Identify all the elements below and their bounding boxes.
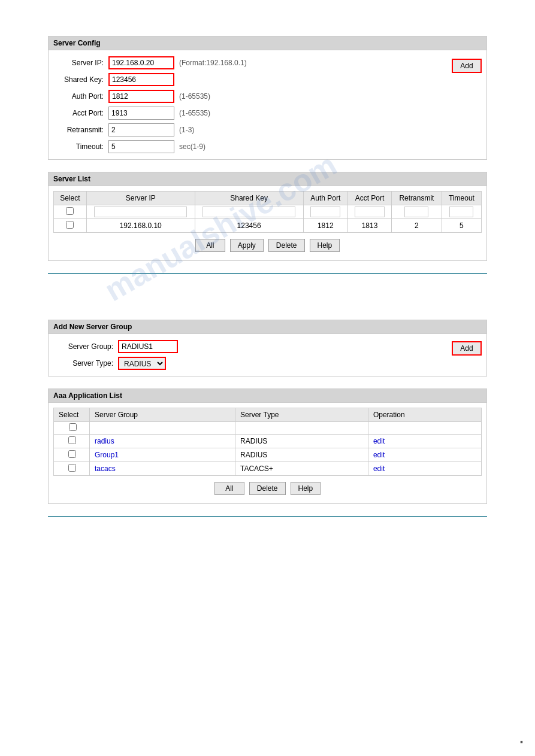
table-row: radius RADIUS edit (54, 435, 482, 448)
server-ip-row: Server IP: (Format:192.168.0.1) (49, 56, 447, 69)
shared-key-label: Shared Key: (49, 75, 108, 84)
aaa-row3-server-type: TACACS+ (235, 462, 368, 476)
server-list-title: Server List (49, 172, 486, 186)
server-list-buttons: All Apply Delete Help (53, 233, 482, 256)
filter-retransmit[interactable] (404, 207, 428, 217)
col-auth-port: Auth Port (303, 192, 348, 205)
col-retransmit: Retransmit (391, 192, 442, 205)
filter-acct-port[interactable] (355, 207, 385, 217)
row-shared-key: 123456 (195, 219, 303, 233)
retransmit-row: Retransmit: (1-3) (49, 123, 447, 136)
row-auth-port: 1812 (303, 219, 348, 233)
row-acct-port: 1813 (348, 219, 392, 233)
row-timeout: 5 (442, 219, 481, 233)
aaa-all-button[interactable]: All (214, 482, 244, 495)
acct-port-row: Acct Port: (1-65535) (49, 107, 447, 120)
aaa-row3-edit[interactable]: edit (373, 464, 385, 473)
table-row: tacacs TACACS+ edit (54, 462, 482, 476)
aaa-filter-checkbox[interactable] (69, 423, 77, 431)
server-group-label: Server Group: (58, 342, 118, 351)
server-type-label: Server Type: (58, 359, 118, 368)
acct-port-input[interactable] (108, 107, 174, 120)
aaa-row1-server-type: RADIUS (235, 435, 368, 448)
add-server-group-button[interactable]: Add (452, 341, 482, 356)
table-row: 192.168.0.10 123456 1812 1813 2 5 (54, 219, 482, 233)
add-server-group-section: Add New Server Group Server Group: Serve… (48, 320, 487, 377)
auth-port-row: Auth Port: (1-65535) (49, 90, 447, 103)
aaa-row3-server-group[interactable]: tacacs (95, 464, 116, 473)
server-list-table: Select Server IP Shared Key Auth Port Ac… (53, 191, 482, 233)
page-indicator: ▪ (520, 737, 523, 746)
server-list-apply-button[interactable]: Apply (230, 239, 264, 252)
aaa-row2-server-type: RADIUS (235, 448, 368, 462)
server-list-all-button[interactable]: All (195, 239, 225, 252)
server-group-input[interactable] (118, 340, 178, 353)
filter-auth-port[interactable] (310, 207, 340, 217)
aaa-col-server-type: Server Type (235, 408, 368, 422)
aaa-row1-server-group[interactable]: radius (95, 437, 114, 445)
aaa-col-server-group: Server Group (90, 408, 235, 422)
aaa-row1-edit[interactable]: edit (373, 437, 385, 445)
server-list-section: Server List Select Server IP Shared Key … (48, 172, 487, 261)
aaa-filter-row (54, 422, 482, 435)
server-config-section: Server Config Server IP: (Format:192.168… (48, 36, 487, 160)
shared-key-row: Shared Key: (49, 73, 447, 86)
retransmit-input[interactable] (108, 123, 174, 136)
row-server-ip: 192.168.0.10 (86, 219, 195, 233)
filter-timeout[interactable] (449, 207, 473, 217)
acct-port-hint: (1-65535) (179, 109, 210, 117)
auth-port-label: Auth Port: (49, 92, 108, 101)
server-type-row: Server Type: RADIUS TACACS+ (58, 357, 442, 370)
filter-shared-key[interactable] (202, 207, 295, 217)
shared-key-input[interactable] (108, 73, 174, 86)
server-config-add-wrapper: Add (447, 50, 486, 78)
row-retransmit: 2 (391, 219, 442, 233)
aaa-row1-checkbox[interactable] (68, 436, 76, 444)
col-timeout: Timeout (442, 192, 481, 205)
aaa-col-operation: Operation (368, 408, 481, 422)
aaa-application-list-title: Aaa Application List (49, 389, 486, 403)
retransmit-label: Retransmit: (49, 126, 108, 134)
timeout-label: Timeout: (49, 142, 108, 151)
server-group-row: Server Group: (58, 340, 442, 353)
aaa-list-buttons: All Delete Help (53, 476, 482, 499)
auth-port-input[interactable] (108, 90, 174, 103)
timeout-row: Timeout: sec(1-9) (49, 140, 447, 153)
timeout-input[interactable] (108, 140, 174, 153)
aaa-help-button[interactable]: Help (291, 482, 321, 495)
acct-port-label: Acct Port: (49, 109, 108, 117)
aaa-row2-checkbox[interactable] (68, 450, 76, 458)
col-server-ip: Server IP (86, 192, 195, 205)
aaa-row3-checkbox[interactable] (68, 464, 76, 472)
aaa-col-select: Select (54, 408, 90, 422)
aaa-application-list-section: Aaa Application List Select Server Group… (48, 388, 487, 504)
col-select: Select (54, 192, 87, 205)
timeout-hint: sec(1-9) (179, 142, 205, 151)
table-row: Group1 RADIUS edit (54, 448, 482, 462)
aaa-row2-edit[interactable]: edit (373, 451, 385, 459)
row-checkbox[interactable] (66, 221, 74, 229)
aaa-row2-server-group[interactable]: Group1 (95, 451, 119, 459)
col-acct-port: Acct Port (348, 192, 392, 205)
divider-2 (48, 516, 487, 517)
col-shared-key: Shared Key (195, 192, 303, 205)
retransmit-hint: (1-3) (179, 126, 194, 134)
server-type-select[interactable]: RADIUS TACACS+ (118, 357, 166, 370)
server-list-help-button[interactable]: Help (310, 239, 340, 252)
auth-port-hint: (1-65535) (179, 92, 210, 101)
server-list-delete-button[interactable]: Delete (268, 239, 305, 252)
aaa-application-table: Select Server Group Server Type Operatio… (53, 408, 482, 476)
server-config-add-button[interactable]: Add (452, 59, 482, 73)
add-server-group-title: Add New Server Group (49, 320, 486, 334)
server-config-title: Server Config (49, 37, 486, 50)
server-ip-label: Server IP: (49, 59, 108, 67)
server-config-fields: Server IP: (Format:192.168.0.1) Shared K… (49, 50, 447, 159)
filter-server-ip[interactable] (94, 207, 187, 217)
filter-checkbox[interactable] (66, 207, 74, 215)
divider-1 (48, 273, 487, 274)
aaa-delete-button[interactable]: Delete (249, 482, 286, 495)
server-ip-hint: (Format:192.168.0.1) (179, 59, 247, 67)
server-ip-input[interactable] (108, 56, 174, 69)
filter-row (54, 205, 482, 219)
